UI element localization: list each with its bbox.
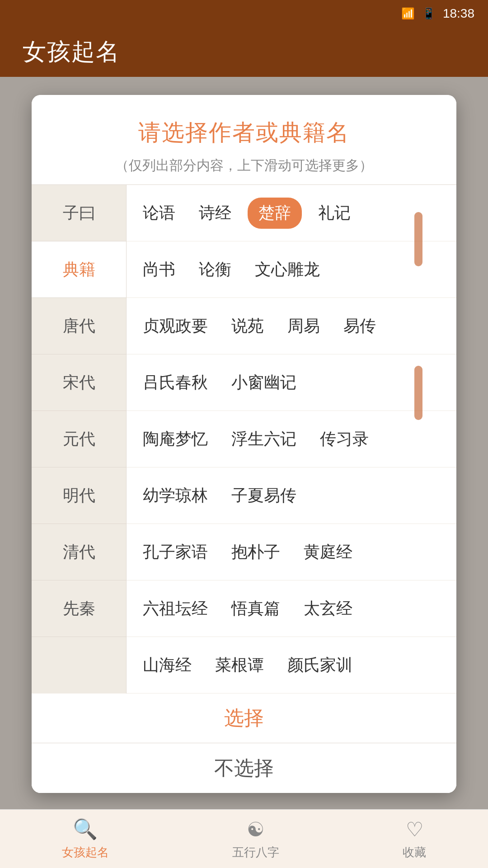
items-row-dianjing: 尚书 论衡 文心雕龙 [127, 241, 456, 298]
item-liji[interactable]: 礼记 [311, 198, 358, 228]
scroll-indicator-bottom [414, 366, 422, 420]
item-taoan[interactable]: 陶庵梦忆 [136, 425, 215, 454]
item-wuzhen[interactable]: 悟真篇 [224, 594, 287, 623]
category-songdai[interactable]: 宋代 [32, 354, 126, 411]
category-tangdai[interactable]: 唐代 [32, 298, 126, 354]
items-column: 论语 诗经 楚辞 礼记 尚书 论衡 文心雕龙 贞观政要 说苑 [127, 185, 456, 693]
items-row-qingdai: 孔子家语 抱朴子 黄庭经 [127, 524, 456, 580]
background-content: 请选择作者或典籍名 （仅列出部分内容，上下滑动可选择更多） 子曰 典籍 唐代 宋… [0, 77, 488, 868]
dialog-subtitle: （仅列出部分内容，上下滑动可选择更多） [50, 155, 438, 175]
status-bar: 📶 📱 18:38 [0, 0, 488, 27]
nav-label-wuxing: 五行八字 [232, 844, 279, 860]
select-button[interactable]: 选择 [32, 693, 456, 743]
app-title: 女孩起名 [23, 36, 120, 68]
selector-area: 子曰 典籍 唐代 宋代 元代 明代 清代 先秦 论语 诗经 楚辞 [32, 184, 456, 693]
dialog-title: 请选择作者或典籍名 [50, 118, 438, 148]
item-yizhuan[interactable]: 易传 [336, 311, 383, 341]
app-header: 女孩起名 [0, 27, 488, 77]
item-liuzu[interactable]: 六祖坛经 [136, 594, 215, 623]
item-lunyu[interactable]: 论语 [136, 198, 183, 228]
action-buttons: 选择 不选择 [32, 693, 456, 793]
bottom-nav: 🔍 女孩起名 ☯ 五行八字 ♡ 收藏 [0, 809, 488, 868]
category-qingdai[interactable]: 清代 [32, 524, 126, 580]
item-shanhai[interactable]: 山海经 [136, 651, 199, 680]
category-mingdai[interactable]: 明代 [32, 467, 126, 524]
signal-icon: 📱 [422, 7, 436, 20]
item-chuci[interactable]: 楚辞 [248, 198, 302, 229]
item-kongzi[interactable]: 孔子家语 [136, 538, 215, 567]
item-baopuzi[interactable]: 抱朴子 [224, 538, 287, 567]
items-row-songdai: 吕氏春秋 小窗幽记 [127, 354, 456, 411]
selection-dialog: 请选择作者或典籍名 （仅列出部分内容，上下滑动可选择更多） 子曰 典籍 唐代 宋… [32, 95, 456, 793]
nav-label-search: 女孩起名 [62, 844, 109, 860]
items-row-mingdai: 幼学琼林 子夏易传 [127, 467, 456, 524]
item-xiaochuang[interactable]: 小窗幽记 [224, 368, 304, 397]
item-shangshu[interactable]: 尚书 [136, 255, 183, 284]
category-dianjing[interactable]: 典籍 [32, 241, 126, 298]
item-shuoyuan[interactable]: 说苑 [224, 311, 271, 341]
yin-yang-icon: ☯ [247, 818, 264, 841]
item-shijing[interactable]: 诗经 [192, 198, 239, 228]
item-chuanxi[interactable]: 传习录 [313, 425, 376, 454]
dialog-header: 请选择作者或典籍名 （仅列出部分内容，上下滑动可选择更多） [32, 95, 456, 184]
cancel-button[interactable]: 不选择 [32, 743, 456, 793]
dialog-overlay: 请选择作者或典籍名 （仅列出部分内容，上下滑动可选择更多） 子曰 典籍 唐代 宋… [0, 77, 488, 868]
categories-list: 子曰 典籍 唐代 宋代 元代 明代 清代 先秦 [32, 185, 127, 693]
heart-icon: ♡ [406, 818, 423, 841]
nav-label-favorites: 收藏 [403, 844, 426, 860]
nav-item-favorites[interactable]: ♡ 收藏 [403, 818, 426, 860]
items-row-qingdai2: 六祖坛经 悟真篇 太玄经 [127, 580, 456, 637]
item-fusheng[interactable]: 浮生六记 [224, 425, 304, 454]
nav-item-search[interactable]: 🔍 女孩起名 [62, 817, 109, 860]
category-ziyue[interactable]: 子曰 [32, 185, 126, 241]
item-lunheng[interactable]: 论衡 [192, 255, 239, 284]
item-huangjing[interactable]: 黄庭经 [296, 538, 360, 567]
items-row-yuandai: 陶庵梦忆 浮生六记 传习录 [127, 411, 456, 467]
scroll-indicator-top [414, 212, 422, 266]
nav-item-wuxing[interactable]: ☯ 五行八字 [232, 818, 279, 860]
item-youxue[interactable]: 幼学琼林 [136, 481, 215, 510]
item-yanshi[interactable]: 颜氏家训 [280, 651, 360, 680]
items-row-xianqin: 山海经 菜根谭 颜氏家训 [127, 637, 456, 693]
item-zixia[interactable]: 子夏易传 [224, 481, 304, 510]
search-icon: 🔍 [73, 817, 98, 841]
item-taixuan[interactable]: 太玄经 [296, 594, 360, 623]
item-caigentan[interactable]: 菜根谭 [208, 651, 271, 680]
wifi-icon: 📶 [401, 7, 415, 20]
category-yuandai[interactable]: 元代 [32, 411, 126, 467]
items-row-tangdai: 贞观政要 说苑 周易 易传 [127, 298, 456, 354]
item-wenxin[interactable]: 文心雕龙 [248, 255, 327, 284]
item-zhouyi[interactable]: 周易 [280, 311, 327, 341]
item-zhenguan[interactable]: 贞观政要 [136, 311, 215, 341]
status-time: 18:38 [443, 6, 474, 21]
items-row-ziyue: 论语 诗经 楚辞 礼记 [127, 185, 456, 241]
item-lushi[interactable]: 吕氏春秋 [136, 368, 215, 397]
category-xianqin[interactable]: 先秦 [32, 580, 126, 637]
